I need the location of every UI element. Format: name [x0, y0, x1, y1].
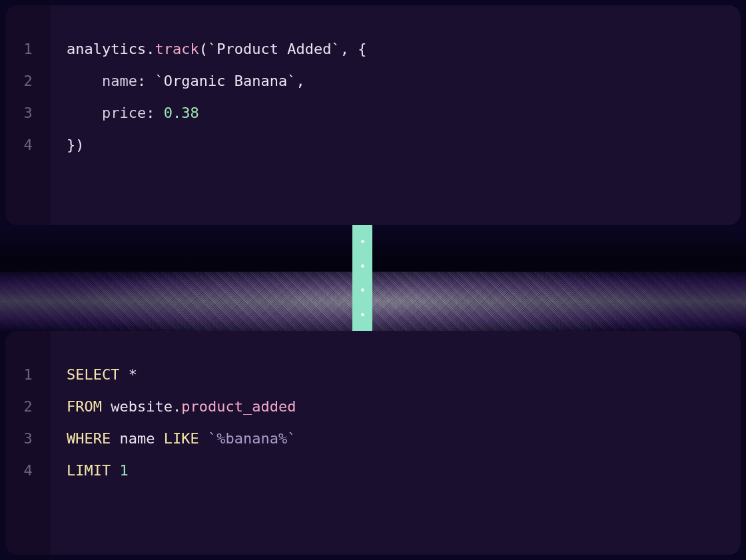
line-number: 3	[23, 97, 32, 129]
line-number-gutter: 1234	[5, 5, 51, 225]
line-number: 4	[23, 129, 32, 161]
code-token: `Organic Banana`	[155, 73, 296, 89]
code-token: SELECT	[67, 366, 119, 383]
connector-dot	[361, 288, 364, 292]
line-number: 4	[23, 455, 32, 487]
code-body-sql: SELECT *FROM website.product_addedWHERE …	[51, 331, 741, 555]
line-number: 3	[23, 423, 32, 455]
code-panel-js: 1234 analytics.track(`Product Added`, { …	[5, 5, 741, 225]
code-body-js: analytics.track(`Product Added`, { name:…	[51, 5, 741, 225]
code-token: 1	[119, 462, 128, 479]
code-token: , {	[340, 41, 367, 57]
line-number: 1	[23, 359, 32, 391]
code-line: analytics.track(`Product Added`, {	[67, 33, 741, 65]
code-token: `Product Added`	[208, 41, 340, 57]
flow-connector	[352, 225, 372, 331]
code-line: price: 0.38	[67, 97, 741, 129]
code-token: LIMIT	[67, 462, 111, 479]
code-token: 0.38	[164, 105, 199, 121]
code-token: website.	[102, 398, 181, 415]
code-token: :	[137, 73, 155, 89]
code-panel-sql: 1234 SELECT *FROM website.product_addedW…	[5, 331, 741, 555]
connector-dot	[361, 264, 364, 268]
code-token: })	[67, 137, 85, 153]
code-token: LIKE	[164, 430, 199, 447]
code-token: *	[119, 366, 137, 383]
line-number: 2	[23, 391, 32, 423]
code-line: WHERE name LIKE `%banana%`	[67, 423, 741, 455]
code-token: (	[199, 41, 208, 57]
code-token: product_added	[181, 398, 296, 415]
code-token	[199, 430, 208, 447]
connector-region	[0, 225, 746, 331]
connector-dot	[361, 313, 364, 316]
code-line: SELECT *	[67, 359, 741, 391]
code-token: name	[111, 430, 163, 447]
code-line: LIMIT 1	[67, 455, 741, 487]
line-number-gutter: 1234	[5, 331, 51, 555]
code-token: name	[102, 73, 137, 89]
code-token: ,	[296, 73, 304, 89]
code-line: })	[67, 129, 741, 161]
code-line: FROM website.product_added	[67, 391, 741, 423]
noise-highlight	[0, 272, 746, 331]
line-number: 2	[23, 65, 32, 97]
line-number: 1	[23, 33, 32, 65]
code-token: FROM	[67, 398, 102, 415]
code-token: track	[155, 41, 198, 57]
code-token: analytics	[67, 41, 146, 57]
noise-shadow	[0, 232, 746, 272]
code-token: :	[146, 105, 164, 121]
code-token: .	[146, 41, 155, 57]
code-line: name: `Organic Banana`,	[67, 65, 741, 97]
code-token: price	[102, 105, 146, 121]
code-token: WHERE	[67, 430, 111, 447]
code-token	[111, 462, 119, 479]
code-token: `%banana%`	[208, 430, 296, 447]
connector-dot	[361, 240, 364, 243]
